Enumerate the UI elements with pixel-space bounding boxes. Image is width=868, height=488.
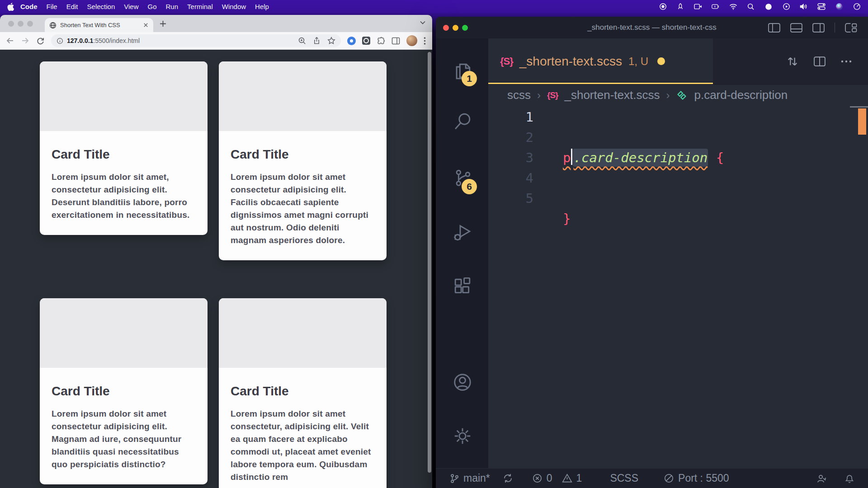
browser-menu-dots-icon[interactable] bbox=[424, 37, 426, 45]
scrollbar-slider[interactable] bbox=[850, 106, 868, 108]
account-icon[interactable] bbox=[452, 372, 473, 393]
side-panel-icon[interactable] bbox=[392, 37, 400, 45]
card-title: Card Title bbox=[231, 384, 375, 399]
sync-changes-item[interactable] bbox=[503, 473, 513, 483]
wifi-icon[interactable] bbox=[729, 3, 737, 11]
extension-icons bbox=[347, 35, 427, 46]
menu-selection[interactable]: Selection bbox=[83, 3, 120, 10]
status-bar: main* 0 1 SCSS Port : 5500 bbox=[436, 468, 868, 488]
warnings-icon bbox=[562, 473, 572, 483]
menu-bar: Code File Edit Selection View Go Run Ter… bbox=[0, 0, 868, 13]
reload-button[interactable] bbox=[36, 37, 45, 45]
site-info-icon[interactable] bbox=[57, 38, 63, 44]
battery-icon[interactable] bbox=[712, 3, 720, 11]
menu-run[interactable]: Run bbox=[161, 3, 183, 10]
card-2: Card Title Lorem ipsum dolor sit amet co… bbox=[219, 61, 387, 260]
new-tab-button[interactable] bbox=[160, 20, 166, 27]
breadcrumb-file[interactable]: _shorten-text.scss bbox=[564, 88, 660, 102]
more-actions-icon[interactable] bbox=[841, 60, 852, 63]
page-scrollbar[interactable] bbox=[428, 52, 431, 473]
rocket-icon[interactable] bbox=[676, 3, 684, 11]
menu-terminal[interactable]: Terminal bbox=[183, 3, 217, 10]
layout-controls bbox=[768, 17, 857, 38]
search-icon[interactable] bbox=[452, 111, 473, 131]
notifications-bell-icon[interactable] bbox=[844, 473, 854, 484]
browser-tab-strip: Shorten Text With CSS bbox=[0, 15, 432, 32]
focus-icon[interactable] bbox=[764, 3, 773, 11]
toggle-panel-icon[interactable] bbox=[790, 23, 802, 33]
play-circle-icon[interactable] bbox=[782, 3, 790, 11]
symbol-icon bbox=[676, 89, 688, 101]
feedback-person-icon[interactable] bbox=[816, 473, 827, 484]
card-image-placeholder bbox=[219, 61, 387, 131]
browser-toolbar: 127.0.0.1:5500/index.html bbox=[0, 32, 432, 50]
overview-ruler-warning-mark bbox=[858, 108, 866, 135]
unsaved-changes-dot[interactable] bbox=[657, 57, 665, 65]
spotlight-icon[interactable] bbox=[747, 3, 755, 11]
browser-window: Shorten Text With CSS 127.0.0.1:5500/ind… bbox=[0, 15, 432, 488]
close-window-button[interactable] bbox=[8, 21, 14, 27]
screen-record-icon[interactable] bbox=[694, 3, 702, 11]
language-mode-item[interactable]: SCSS bbox=[610, 472, 638, 484]
zoom-page-icon[interactable] bbox=[298, 37, 306, 45]
extensions-puzzle-icon[interactable] bbox=[377, 37, 385, 45]
url-text[interactable]: 127.0.0.1:5500/index.html bbox=[67, 37, 140, 44]
tab-close-icon[interactable] bbox=[143, 22, 149, 28]
minimize-window-button[interactable] bbox=[18, 21, 24, 27]
profile-avatar[interactable] bbox=[406, 35, 417, 46]
zoom-window-button[interactable] bbox=[27, 21, 33, 27]
sync-arrows-icon[interactable] bbox=[787, 55, 798, 68]
menu-help[interactable]: Help bbox=[250, 3, 274, 10]
editor-area: {S} _shorten-text.scss 1, U scss › bbox=[488, 38, 868, 468]
scss-file-icon: {S} bbox=[547, 90, 558, 100]
editor-actions bbox=[787, 38, 852, 84]
live-server-port-item[interactable]: Port : 5500 bbox=[664, 472, 729, 484]
extension-blue-icon[interactable] bbox=[347, 37, 356, 45]
toggle-sidebar-icon[interactable] bbox=[768, 23, 780, 33]
line-number-gutter: 1 2 3 4 5 bbox=[488, 107, 533, 209]
card-image-placeholder bbox=[219, 298, 387, 368]
browser-tab[interactable]: Shorten Text With CSS bbox=[45, 18, 153, 32]
extensions-icon[interactable] bbox=[452, 276, 473, 297]
clock-icon[interactable] bbox=[853, 3, 861, 11]
tab-title: Shorten Text With CSS bbox=[60, 22, 139, 28]
toggle-secondary-sidebar-icon[interactable] bbox=[812, 23, 825, 33]
siri-icon[interactable] bbox=[835, 3, 843, 11]
tab-search-chevron-icon[interactable] bbox=[420, 20, 426, 25]
menu-view[interactable]: View bbox=[119, 3, 143, 10]
volume-icon[interactable] bbox=[800, 3, 808, 11]
card-description: Lorem ipsum dolor sit amet consectetur a… bbox=[231, 171, 375, 247]
card-title: Card Title bbox=[52, 147, 196, 162]
address-bar[interactable]: 127.0.0.1:5500/index.html bbox=[51, 34, 341, 47]
card-3: Card Title Lorem ipsum dolor sit amet co… bbox=[40, 298, 208, 484]
tab-favicon-globe-icon bbox=[49, 22, 57, 29]
problems-item[interactable]: 0 1 bbox=[532, 472, 582, 484]
forward-button[interactable] bbox=[21, 37, 30, 45]
menu-go[interactable]: Go bbox=[143, 3, 161, 10]
control-center-icon[interactable] bbox=[817, 3, 826, 11]
menu-app[interactable]: Code bbox=[16, 3, 42, 10]
menu-file[interactable]: File bbox=[42, 3, 62, 10]
menu-window[interactable]: Window bbox=[217, 3, 250, 10]
code-editor[interactable]: 1 2 3 4 5 p.card-description { } bbox=[488, 106, 868, 468]
settings-gear-icon[interactable] bbox=[452, 426, 473, 446]
breadcrumb-folder[interactable]: scss bbox=[507, 88, 531, 102]
back-button[interactable] bbox=[5, 37, 14, 45]
breadcrumb-symbol[interactable]: p.card-description bbox=[694, 88, 788, 102]
bookmark-star-icon[interactable] bbox=[327, 37, 335, 45]
split-editor-icon[interactable] bbox=[814, 56, 826, 66]
editor-tab[interactable]: {S} _shorten-text.scss 1, U bbox=[488, 38, 713, 84]
customize-layout-icon[interactable] bbox=[845, 23, 857, 33]
vscode-title-bar[interactable]: _shorten-text.scss — shorten-text-css bbox=[436, 17, 868, 38]
errors-count: 0 bbox=[547, 472, 552, 484]
run-debug-icon[interactable] bbox=[452, 221, 473, 242]
line-number: 5 bbox=[488, 188, 533, 209]
menu-edit[interactable]: Edit bbox=[62, 3, 83, 10]
card-image-placeholder bbox=[40, 61, 208, 131]
share-icon[interactable] bbox=[313, 37, 321, 45]
apple-icon[interactable] bbox=[7, 3, 14, 11]
git-branch-item[interactable]: main* bbox=[449, 472, 490, 484]
browser-window-controls bbox=[8, 21, 33, 27]
record-icon[interactable] bbox=[659, 3, 667, 11]
extension-camera-icon[interactable] bbox=[362, 37, 370, 45]
